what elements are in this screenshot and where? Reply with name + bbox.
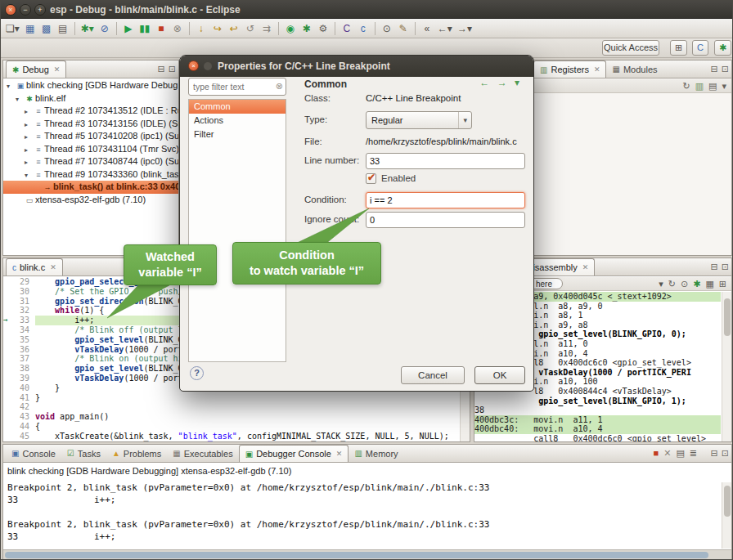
tab-console[interactable]: ▣Console bbox=[6, 445, 61, 462]
debug-tree-item[interactable]: ▸≡Thread #2 1073413512 (IDLE : Runn bbox=[3, 105, 178, 118]
save-all-icon[interactable]: ▩ bbox=[38, 20, 55, 37]
new-wizard-icon[interactable]: ❏▾ bbox=[3, 20, 22, 37]
external-tools-icon[interactable]: ⚙ bbox=[315, 20, 331, 37]
close-icon[interactable]: ✕ bbox=[582, 263, 589, 271]
save-icon[interactable]: ▦ bbox=[22, 20, 38, 37]
cpp-perspective-icon[interactable]: C bbox=[692, 40, 708, 56]
window-maximize-button[interactable]: + bbox=[34, 4, 46, 16]
pin-icon[interactable]: ⊞ bbox=[719, 279, 726, 289]
disassembly-minimize-icon[interactable]: ⊟ bbox=[711, 262, 718, 272]
open-perspective-icon[interactable]: ⊞ bbox=[670, 40, 687, 56]
debug-tree-item[interactable]: ▭xtensa-esp32-elf-gdb (7.10) bbox=[3, 194, 178, 207]
debug-tree-item[interactable]: ▾✱blink.elf bbox=[3, 92, 178, 105]
tab-problems[interactable]: ▲Problems bbox=[106, 445, 167, 462]
disassembly-maximize-icon[interactable]: ⊡ bbox=[722, 262, 729, 272]
help-button[interactable]: ? bbox=[190, 366, 204, 380]
tab-tasks[interactable]: ☑Tasks bbox=[61, 445, 106, 462]
step-over-icon[interactable]: ↪ bbox=[209, 20, 226, 37]
view-menu-icon[interactable]: ▾ bbox=[722, 81, 726, 92]
search-icon[interactable]: ⊙ bbox=[379, 20, 395, 37]
show-registers-icon[interactable]: ▥ bbox=[695, 81, 704, 92]
clear-console-icon[interactable]: ▤ bbox=[676, 448, 684, 459]
tab-blink-c[interactable]: cblink.c✕ bbox=[6, 258, 63, 276]
window-close-button[interactable]: × bbox=[5, 4, 16, 16]
debug-config-icon[interactable]: ✱▾ bbox=[79, 20, 97, 37]
debug-tree-item[interactable]: ▸≡Thread #5 1073410208 (ipc1) (Susp bbox=[3, 130, 178, 143]
close-icon[interactable]: ✕ bbox=[594, 65, 600, 74]
dialog-section-filter[interactable]: Filter bbox=[189, 128, 286, 141]
print-icon[interactable]: ▤ bbox=[55, 20, 71, 37]
refresh-icon[interactable]: ↻ bbox=[682, 81, 690, 92]
terminate-icon[interactable]: ■ bbox=[654, 448, 659, 459]
new-c-project-icon[interactable]: C bbox=[339, 20, 355, 37]
step-return-icon[interactable]: ↩ bbox=[226, 20, 242, 37]
dialog-section-actions[interactable]: Actions bbox=[189, 114, 286, 128]
debug-perspective-icon[interactable]: ✱ bbox=[714, 40, 731, 56]
type-dropdown[interactable]: Regular ▾ bbox=[366, 111, 472, 129]
tab-registers[interactable]: ▥Registers✕ bbox=[533, 60, 606, 78]
close-icon[interactable]: ✕ bbox=[336, 450, 343, 458]
console-minimize-icon[interactable]: ⊟ bbox=[711, 448, 718, 459]
new-c-file-icon[interactable]: c bbox=[355, 20, 371, 37]
tab-debug[interactable]: ✱Debug✕ bbox=[6, 60, 66, 78]
condition-input[interactable] bbox=[366, 192, 525, 208]
filter-clear-icon[interactable]: ⊗ bbox=[276, 81, 283, 92]
dialog-titlebar[interactable]: × Properties for C/C++ Line Breakpoint bbox=[180, 56, 533, 77]
dialog-close-button[interactable]: × bbox=[188, 60, 199, 71]
quick-access-button[interactable]: Quick Access bbox=[602, 40, 659, 56]
skip-breakpoints-icon[interactable]: ⊘ bbox=[97, 20, 113, 37]
terminate-icon[interactable]: ■ bbox=[153, 20, 169, 37]
console-hscrollbar[interactable] bbox=[3, 549, 731, 559]
ignore-count-input[interactable] bbox=[366, 212, 525, 228]
debug-tree-item[interactable]: →blink_task() at blink.c:33 0x400db bbox=[3, 181, 178, 194]
window-minimize-button[interactable]: − bbox=[20, 4, 31, 16]
debug-minimize-icon[interactable]: ⊟ bbox=[158, 64, 165, 74]
step-into-icon[interactable]: ↓ bbox=[193, 20, 209, 37]
disassembly-scrollbar[interactable] bbox=[722, 292, 731, 441]
refresh-icon[interactable]: ↻ bbox=[668, 279, 676, 289]
combo-arrow-icon[interactable]: ▾ bbox=[659, 279, 663, 289]
instruction-stepping-icon[interactable]: ⇉ bbox=[259, 20, 275, 37]
debug-tree-item[interactable]: ▾≡Thread #9 1073433360 (blink_task bbox=[3, 168, 178, 181]
console-maximize-icon[interactable]: ⊡ bbox=[722, 448, 729, 459]
filter-input[interactable] bbox=[188, 78, 286, 96]
disconnect-icon[interactable]: ⊗ bbox=[169, 20, 186, 37]
scroll-lock-icon[interactable]: ≣ bbox=[690, 448, 697, 459]
tab-modules[interactable]: ▦Modules bbox=[606, 60, 663, 78]
last-edit-location-icon[interactable]: « bbox=[419, 20, 435, 37]
debug-tree-item[interactable]: ▾▣blink checking [GDB Hardware Debug bbox=[3, 79, 178, 92]
registers-maximize-icon[interactable]: ⊡ bbox=[722, 64, 729, 74]
enabled-checkbox[interactable] bbox=[366, 173, 376, 184]
debug-tree-item[interactable]: ▸≡Thread #3 1073413156 (IDLE) (Susp bbox=[3, 118, 178, 131]
close-icon[interactable]: ✕ bbox=[54, 65, 61, 74]
console-vscrollbar[interactable] bbox=[722, 482, 731, 549]
registers-minimize-icon[interactable]: ⊟ bbox=[711, 64, 718, 74]
sync-pc-icon[interactable]: ⊙ bbox=[681, 279, 688, 289]
debugger-console[interactable]: blink checking [GDB Hardware Debugging] … bbox=[3, 464, 731, 559]
dialog-nav-arrows[interactable]: ← → ▾ bbox=[479, 77, 522, 88]
run-icon[interactable]: ◉ bbox=[282, 20, 299, 37]
remove-launch-icon[interactable]: ✕ bbox=[663, 448, 671, 459]
show-source-icon[interactable]: ✱ bbox=[693, 279, 700, 289]
annotations-icon[interactable]: ✎ bbox=[395, 20, 411, 37]
debug-icon[interactable]: ✱ bbox=[299, 20, 315, 37]
forward-icon[interactable]: →▾ bbox=[455, 20, 474, 37]
resume-icon[interactable]: ▶ bbox=[120, 20, 137, 37]
line-number-input[interactable] bbox=[366, 153, 525, 169]
debug-maximize-icon[interactable]: ⊡ bbox=[169, 64, 176, 74]
tab-debugger-console[interactable]: ▣Debugger Console✕ bbox=[239, 445, 349, 462]
layout-icon[interactable]: ▦ bbox=[705, 279, 713, 289]
tab-executables[interactable]: ▦Executables bbox=[167, 445, 238, 462]
suspend-icon[interactable]: ▮▮ bbox=[137, 20, 153, 37]
ok-button[interactable]: OK bbox=[474, 366, 525, 384]
close-icon[interactable]: ✕ bbox=[50, 263, 56, 271]
debug-tree-item[interactable]: ▸≡Thread #6 1073431104 (Tmr Svc) (S bbox=[3, 143, 178, 156]
cancel-button[interactable]: Cancel bbox=[401, 366, 465, 384]
dialog-section-common[interactable]: Common bbox=[189, 100, 286, 114]
tab-memory[interactable]: ▥Memory bbox=[349, 445, 403, 462]
layout-icon[interactable]: ▤ bbox=[708, 81, 717, 92]
drop-to-frame-icon[interactable]: ↺ bbox=[242, 20, 259, 37]
debug-tree-item[interactable]: ▸≡Thread #7 1073408744 (ipc0) (Susp bbox=[3, 155, 178, 168]
dialog-window-button[interactable] bbox=[204, 62, 212, 70]
back-icon[interactable]: ←▾ bbox=[435, 20, 455, 37]
